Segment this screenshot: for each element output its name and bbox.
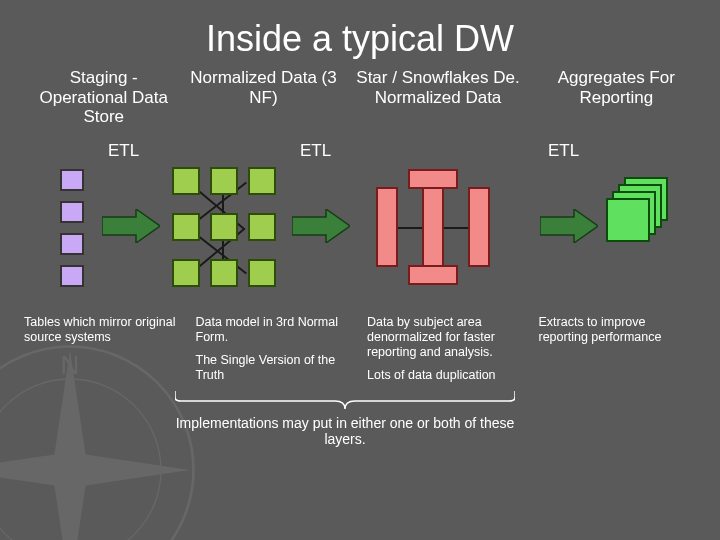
- table-icon: [210, 167, 238, 195]
- source-table-icon: [60, 169, 84, 191]
- implementation-note-area: Implementations may put in either one or…: [0, 397, 720, 430]
- table-icon: [210, 259, 238, 287]
- extract-icon: [606, 198, 650, 242]
- stage-header-star: Star / Snowflakes De. Normalized Data: [342, 68, 535, 127]
- diagram-band: ETL ETL ETL: [0, 141, 720, 311]
- etl-label-3: ETL: [548, 141, 579, 161]
- stage-header-staging: Staging - Operational Data Store: [22, 68, 185, 127]
- implementation-note: Implementations may put in either one or…: [175, 415, 515, 447]
- desc-text: The Single Version of the Truth: [196, 353, 354, 383]
- etl-label-1: ETL: [108, 141, 139, 161]
- fact-table-icon: [422, 187, 444, 267]
- svg-marker-7: [540, 209, 598, 243]
- fact-table-icon: [376, 187, 398, 267]
- table-icon: [172, 213, 200, 241]
- stage-desc-star: Data by subject area denormalized for fa…: [367, 315, 525, 391]
- dim-table-icon: [408, 265, 458, 285]
- stage-header-aggregates: Aggregates For Reporting: [535, 68, 698, 127]
- desc-text: Lots of data duplication: [367, 368, 525, 383]
- etl-arrow-icon: [540, 209, 598, 243]
- svg-marker-5: [102, 209, 160, 243]
- source-table-icon: [60, 265, 84, 287]
- table-icon: [210, 213, 238, 241]
- table-icon: [172, 259, 200, 287]
- stage-desc-staging: Tables which mirror original source syst…: [24, 315, 182, 391]
- etl-arrow-icon: [292, 209, 350, 243]
- table-icon: [248, 167, 276, 195]
- brace-icon: [175, 391, 515, 409]
- table-icon: [248, 259, 276, 287]
- stage1-source-tables: [60, 169, 84, 287]
- stage-descriptions-row: Tables which mirror original source syst…: [0, 315, 720, 391]
- stage-desc-normalized: Data model in 3rd Normal Form. The Singl…: [196, 315, 354, 391]
- source-table-icon: [60, 233, 84, 255]
- desc-text: Data by subject area denormalized for fa…: [367, 315, 525, 360]
- fact-table-icon: [468, 187, 490, 267]
- stage3-star-schema: [358, 169, 508, 289]
- etl-label-2: ETL: [300, 141, 331, 161]
- stage-desc-aggregates: Extracts to improve reporting performanc…: [539, 315, 697, 391]
- source-table-icon: [60, 201, 84, 223]
- svg-marker-6: [292, 209, 350, 243]
- desc-text: Data model in 3rd Normal Form.: [196, 315, 354, 345]
- table-icon: [248, 213, 276, 241]
- page-title: Inside a typical DW: [0, 0, 720, 68]
- stage-header-normalized: Normalized Data (3 NF): [185, 68, 341, 127]
- stage4-aggregate-extracts: [608, 177, 678, 247]
- etl-arrow-icon: [102, 209, 160, 243]
- stage2-normalized-schema: [170, 167, 280, 287]
- dim-table-icon: [408, 169, 458, 189]
- stage-headers-row: Staging - Operational Data Store Normali…: [0, 68, 720, 127]
- desc-text: Tables which mirror original source syst…: [24, 315, 182, 345]
- table-icon: [172, 167, 200, 195]
- desc-text: Extracts to improve reporting performanc…: [539, 315, 697, 345]
